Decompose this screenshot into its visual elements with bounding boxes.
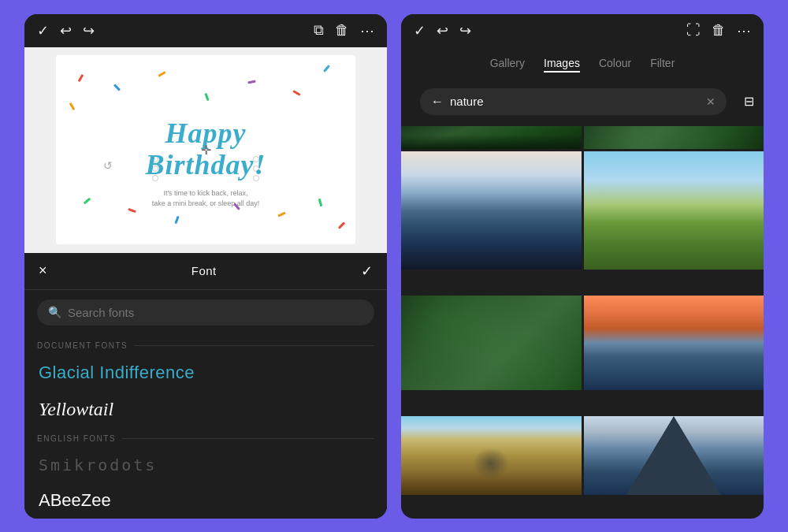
more-icon[interactable]: ⋯: [360, 22, 374, 39]
font-item-glacial[interactable]: Glacial Indifference: [24, 355, 387, 391]
font-panel-close-button[interactable]: ×: [39, 262, 47, 279]
right-toolbar: ✓ ↩ ↪ ⛶ 🗑 ⋯: [401, 14, 764, 47]
image-cell-forest[interactable]: [401, 126, 582, 150]
left-toolbar: ✓ ↩ ↪ ⧉ 🗑 ⋯: [24, 14, 387, 47]
image-cell-mountain[interactable]: [401, 151, 582, 270]
left-panel: ✓ ↩ ↪ ⧉ 🗑 ⋯: [24, 14, 387, 519]
english-fonts-label: ENGLISH FONTS: [37, 434, 374, 443]
font-abeezee-name: ABeeZee: [39, 490, 373, 511]
rotation-handle[interactable]: ↺: [103, 159, 113, 172]
right-tabs: Gallery Images Colour Filter: [401, 47, 764, 82]
image-search-input[interactable]: [450, 95, 700, 108]
right-more-icon[interactable]: ⋯: [737, 22, 751, 39]
clear-search-icon[interactable]: ✕: [706, 95, 716, 108]
right-toolbar-left: ✓ ↩ ↪: [414, 22, 471, 39]
search-icon: 🔍: [48, 306, 61, 318]
toolbar-left-group: ✓ ↩ ↪: [37, 22, 95, 39]
redo-icon[interactable]: ↪: [83, 22, 95, 39]
card-subtitle: It's time to kick back, relax,take a min…: [127, 188, 284, 210]
image-cell-autumn[interactable]: [401, 416, 582, 495]
tab-images[interactable]: Images: [544, 57, 580, 73]
font-panel-confirm-button[interactable]: ✓: [361, 262, 373, 280]
image-cell-meadow[interactable]: [584, 151, 764, 270]
copy-icon[interactable]: ⧉: [314, 22, 324, 39]
right-panel: ✓ ↩ ↪ ⛶ 🗑 ⋯ Gallery Images Colour Filter…: [401, 14, 764, 519]
right-crop-icon[interactable]: ⛶: [686, 22, 701, 39]
delete-icon[interactable]: 🗑: [335, 22, 349, 39]
font-item-yellowtail[interactable]: Yellowtail: [24, 391, 387, 428]
tab-colour[interactable]: Colour: [599, 57, 631, 73]
toolbar-right-group: ⧉ 🗑 ⋯: [314, 22, 374, 39]
document-fonts-label: DOCUMENT FONTS: [37, 341, 374, 350]
font-smikrodots-name: Smikrodots: [39, 456, 373, 474]
image-cell-river[interactable]: [584, 296, 764, 390]
font-panel-header: × Font ✓: [24, 253, 387, 290]
font-glacial-name: Glacial Indifference: [39, 363, 373, 383]
tab-gallery[interactable]: Gallery: [490, 57, 525, 73]
font-item-abeezee[interactable]: ABeeZee: [24, 482, 387, 519]
font-panel-title: Font: [191, 264, 217, 277]
check-icon[interactable]: ✓: [37, 22, 49, 39]
right-check-icon[interactable]: ✓: [414, 22, 426, 39]
font-yellowtail-name: Yellowtail: [39, 399, 373, 420]
image-grid: [401, 126, 764, 519]
right-delete-icon[interactable]: 🗑: [712, 22, 726, 39]
image-cell-leaves[interactable]: [584, 126, 764, 150]
right-search-row: ← ✕ ⊟: [401, 82, 764, 121]
filter-icon[interactable]: ⊟: [744, 94, 754, 109]
right-redo-icon[interactable]: ↪: [459, 22, 471, 39]
font-search-bar[interactable]: 🔍: [37, 299, 374, 326]
back-arrow-icon[interactable]: ←: [431, 95, 444, 109]
right-search-bar[interactable]: ← ✕: [420, 88, 727, 115]
right-undo-icon[interactable]: ↩: [437, 22, 448, 39]
image-cell-volcano[interactable]: [584, 416, 764, 495]
font-search-input[interactable]: [68, 306, 363, 319]
image-cell-clover[interactable]: [401, 296, 582, 390]
font-panel: × Font ✓ 🔍 DOCUMENT FONTS Glacial Indiff…: [24, 253, 387, 519]
canvas-area: Happy Birthday! ✛ ↺ It's time to kick ba…: [24, 47, 387, 253]
tab-filter[interactable]: Filter: [650, 57, 675, 73]
birthday-card: Happy Birthday! ✛ ↺ It's time to kick ba…: [56, 55, 355, 244]
right-toolbar-right: ⛶ 🗑 ⋯: [686, 22, 751, 39]
move-handle[interactable]: ✛: [201, 143, 211, 158]
font-item-smikrodots[interactable]: Smikrodots: [24, 448, 387, 482]
undo-icon[interactable]: ↩: [60, 22, 72, 39]
